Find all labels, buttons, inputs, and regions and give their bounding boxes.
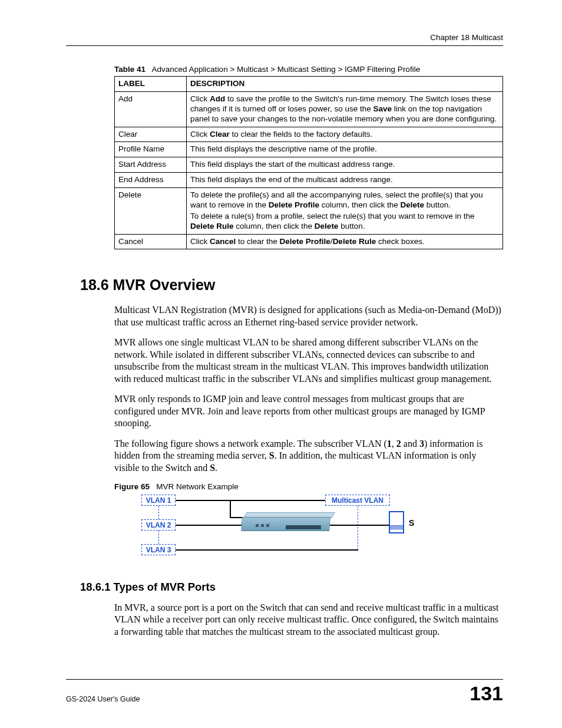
figure-diagram: VLAN 1 VLAN 2 VLAN 3 Multicast VLAN S: [141, 495, 448, 564]
table-cell-desc: To delete the profile(s) and all the acc…: [187, 188, 503, 235]
dash-line: [158, 531, 159, 544]
switch-icon: [256, 524, 269, 527]
connector: [176, 500, 325, 501]
table-cell-label: Clear: [115, 127, 187, 142]
server-icon: [390, 525, 403, 531]
connector: [176, 549, 358, 551]
connector: [230, 500, 231, 518]
vlan3-box: VLAN 3: [141, 544, 176, 555]
figure-caption-text: MVR Network Example: [156, 482, 239, 491]
dash-line: [358, 506, 358, 550]
table-cell-label: Start Address: [115, 157, 187, 173]
subsection-para: In MVR, a source port is a port on the S…: [114, 602, 503, 638]
table-cell-label: Profile Name: [115, 142, 187, 157]
table-cell-desc: Click Add to save the profile to the Swi…: [187, 91, 503, 127]
body-paragraph: Multicast VLAN Registration (MVR) is des…: [114, 304, 503, 328]
table-cell-desc: This field displays the start of the mul…: [187, 157, 503, 173]
body-paragraph: MVR allows one single multicast VLAN to …: [114, 337, 503, 385]
footer-guide: GS-2024 User's Guide: [66, 695, 140, 703]
connector: [330, 525, 389, 526]
connector: [230, 517, 243, 518]
table-cell-label: Cancel: [115, 234, 187, 249]
page-footer: GS-2024 User's Guide 131: [66, 679, 503, 703]
section-heading: 18.6 MVR Overview: [80, 276, 503, 294]
dash-line: [158, 506, 159, 519]
table-caption-label: Table 41: [114, 65, 146, 74]
table-cell-label: Add: [115, 91, 187, 127]
table-head-desc: DESCRIPTION: [187, 77, 503, 92]
reference-table: LABEL DESCRIPTION AddClick Add to save t…: [114, 76, 503, 249]
table-cell-label: Delete: [115, 188, 187, 235]
server-label: S: [409, 518, 414, 528]
body-paragraph: The following figure shows a network exa…: [114, 438, 503, 474]
table-row: Profile NameThis field displays the desc…: [115, 142, 503, 157]
table-row: ClearClick Clear to clear the fields to …: [115, 127, 503, 142]
connector: [176, 525, 242, 526]
subsection-heading: 18.6.1 Types of MVR Ports: [80, 581, 503, 594]
vlan1-box: VLAN 1: [141, 495, 176, 506]
chapter-header: Chapter 18 Multicast: [66, 33, 503, 46]
table-cell-desc: Click Clear to clear the fields to the f…: [187, 127, 503, 142]
table-cell-label: End Address: [115, 173, 187, 188]
table-head-label: LABEL: [115, 77, 187, 92]
page-number: 131: [470, 683, 503, 703]
table-caption: Table 41 Advanced Application > Multicas…: [114, 65, 503, 74]
table-row: End AddressThis field displays the end o…: [115, 173, 503, 188]
table-caption-text: Advanced Application > Multicast > Multi…: [152, 65, 421, 74]
figure-caption-label: Figure 65: [114, 482, 150, 491]
table-cell-desc: This field displays the end of the multi…: [187, 173, 503, 188]
vlan2-box: VLAN 2: [141, 519, 176, 531]
table-cell-desc: Click Cancel to clear the Delete Profile…: [187, 234, 503, 249]
table-row: DeleteTo delete the profile(s) and all t…: [115, 188, 503, 235]
table-row: CancelClick Cancel to clear the Delete P…: [115, 234, 503, 249]
table-row: Start AddressThis field displays the sta…: [115, 157, 503, 173]
switch-icon: [286, 525, 321, 529]
table-cell-desc: This field displays the descriptive name…: [187, 142, 503, 157]
multicast-vlan-box: Multicast VLAN: [325, 495, 390, 506]
body-paragraph: MVR only responds to IGMP join and leave…: [114, 393, 503, 429]
table-row: AddClick Add to save the profile to the …: [115, 91, 503, 127]
figure-caption: Figure 65 MVR Network Example: [114, 482, 503, 491]
